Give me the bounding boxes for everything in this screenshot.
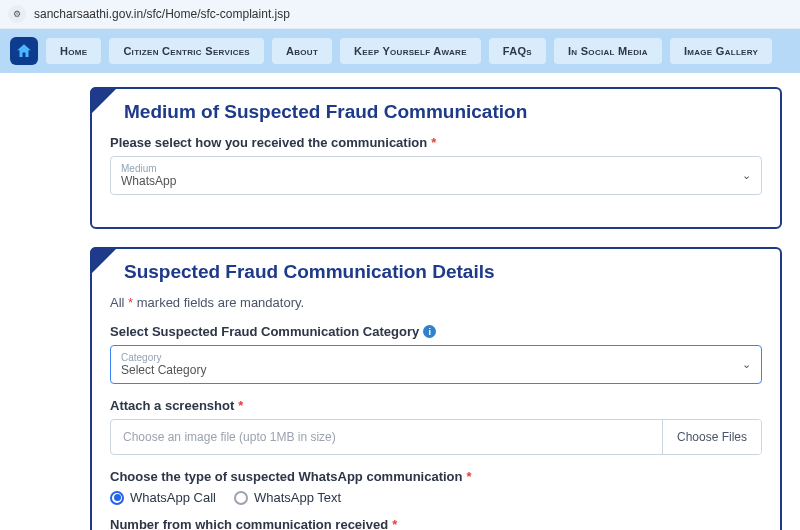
medium-select-value: WhatsApp [121, 174, 176, 188]
chevron-down-icon: ⌄ [742, 358, 751, 371]
mandatory-note: All * marked fields are mandatory. [110, 295, 762, 310]
attach-label-text: Attach a screenshot [110, 398, 234, 413]
nav-image-gallery[interactable]: Image Gallery [670, 38, 772, 64]
required-asterisk: * [238, 398, 243, 413]
medium-prompt-text: Please select how you received the commu… [110, 135, 427, 150]
required-asterisk: * [392, 517, 397, 530]
panel-details: Suspected Fraud Communication Details Al… [90, 247, 782, 530]
choose-files-button[interactable]: Choose Files [662, 420, 761, 454]
medium-prompt: Please select how you received the commu… [110, 135, 762, 150]
required-asterisk: * [431, 135, 436, 150]
nav-social-media[interactable]: In Social Media [554, 38, 662, 64]
home-logo[interactable] [10, 37, 38, 65]
category-label-text: Select Suspected Fraud Communication Cat… [110, 324, 419, 339]
radio-whatsapp-text[interactable]: WhatsApp Text [234, 490, 341, 505]
required-asterisk: * [466, 469, 471, 484]
nav-keep-aware[interactable]: Keep Yourself Aware [340, 38, 481, 64]
comm-type-label-text: Choose the type of suspected WhatsApp co… [110, 469, 462, 484]
content-area: Medium of Suspected Fraud Communication … [0, 73, 800, 530]
chevron-down-icon: ⌄ [742, 169, 751, 182]
house-icon [15, 42, 33, 60]
comm-type-label: Choose the type of suspected WhatsApp co… [110, 469, 762, 484]
panel-medium-title: Medium of Suspected Fraud Communication [124, 101, 762, 123]
nav-citizen-services[interactable]: Citizen Centric Services [109, 38, 264, 64]
number-label-text: Number from which communication received [110, 517, 388, 530]
category-select-label: Category [121, 352, 206, 363]
radio-whatsapp-call[interactable]: WhatsApp Call [110, 490, 216, 505]
comm-type-radios: WhatsApp Call WhatsApp Text [110, 490, 762, 505]
url-bar: ⚙ sancharsaathi.gov.in/sfc/Home/sfc-comp… [0, 0, 800, 29]
medium-select[interactable]: Medium WhatsApp ⌄ [110, 156, 762, 195]
nav-faqs[interactable]: FAQs [489, 38, 546, 64]
radio-text-label: WhatsApp Text [254, 490, 341, 505]
number-label: Number from which communication received… [110, 517, 762, 530]
radio-call-label: WhatsApp Call [130, 490, 216, 505]
site-settings-icon[interactable]: ⚙ [8, 5, 26, 23]
attach-label: Attach a screenshot* [110, 398, 762, 413]
url-text: sancharsaathi.gov.in/sfc/Home/sfc-compla… [34, 7, 290, 21]
file-input[interactable]: Choose an image file (upto 1MB in size) [111, 420, 662, 454]
info-icon[interactable]: i [423, 325, 436, 338]
nav-home[interactable]: Home [46, 38, 101, 64]
radio-icon-checked [110, 491, 124, 505]
main-nav: Home Citizen Centric Services About Keep… [0, 29, 800, 73]
category-select[interactable]: Category Select Category ⌄ [110, 345, 762, 384]
category-label: Select Suspected Fraud Communication Cat… [110, 324, 762, 339]
radio-icon-unchecked [234, 491, 248, 505]
panel-medium: Medium of Suspected Fraud Communication … [90, 87, 782, 229]
panel-details-title: Suspected Fraud Communication Details [124, 261, 762, 283]
nav-about[interactable]: About [272, 38, 332, 64]
category-select-value: Select Category [121, 363, 206, 377]
file-upload-row: Choose an image file (upto 1MB in size) … [110, 419, 762, 455]
medium-select-label: Medium [121, 163, 176, 174]
